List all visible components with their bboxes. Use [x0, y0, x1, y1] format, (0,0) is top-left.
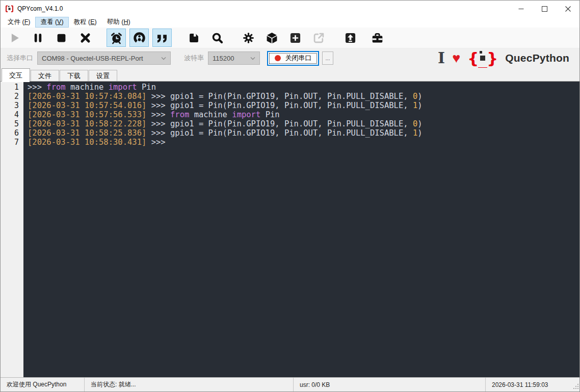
pause-button[interactable]	[28, 29, 47, 47]
terminal-line: [2026-03-31 10:58:22.228] >>> gpio1 = Pi…	[28, 119, 579, 128]
close-icon	[565, 6, 571, 12]
close-port-button[interactable]: 关闭串口	[267, 51, 319, 66]
status-state: 当前状态: 就绪...	[85, 378, 294, 391]
tab-3[interactable]: 下载	[60, 70, 88, 82]
maximize-icon	[542, 6, 547, 12]
more-options-button[interactable]: ...	[322, 51, 333, 65]
maximize-button[interactable]	[533, 1, 556, 17]
heart-icon: ♥	[452, 51, 460, 65]
close-button[interactable]	[556, 1, 579, 17]
repl-terminal[interactable]: 1234567 >>> from machine import Pin[2026…	[1, 82, 579, 377]
save-icon	[187, 31, 201, 45]
hex-mode-icon	[133, 31, 146, 45]
stop-icon	[55, 31, 68, 45]
echo-toggle-button[interactable]	[152, 29, 172, 47]
port-label: 选择串口	[7, 54, 33, 63]
menu-item-h[interactable]: 帮助 (H)	[102, 17, 136, 28]
stop-button[interactable]	[51, 29, 71, 47]
minimize-button[interactable]	[509, 1, 533, 17]
line-number-gutter: 1234567	[1, 82, 23, 377]
line-number: 7	[1, 138, 19, 147]
upload-button[interactable]	[340, 29, 360, 47]
menu-bar: 文件 (F)查看 (V)教程 (E)帮助 (H)	[1, 17, 579, 28]
add-button[interactable]	[285, 29, 305, 47]
title-bar: QPYcom_V4.1.0	[1, 1, 579, 17]
app-window: QPYcom_V4.1.0 文件 (F)查看 (V)教程 (E)帮助 (H) 选…	[0, 0, 580, 392]
toolbox-icon	[371, 31, 384, 45]
baud-label: 波特率	[184, 54, 204, 63]
quecpython-logo-icon: { }	[467, 48, 498, 68]
port-select[interactable]: COM98 - Quectel-USB-REPL-Port	[37, 51, 171, 65]
search-icon	[210, 31, 224, 45]
baud-select-value: 115200	[213, 55, 234, 62]
status-time: 2026-03-31 11:59:03	[486, 378, 579, 391]
resize-grip[interactable]	[573, 383, 578, 390]
status-welcome: 欢迎使用 QuecPython	[1, 378, 85, 391]
terminal-line: [2026-03-31 10:57:56.533] >>> from machi…	[28, 110, 579, 119]
menu-item-e[interactable]: 教程 (E)	[69, 17, 102, 28]
tab-bar: 交互文件下载设置	[1, 68, 579, 82]
package-button[interactable]	[262, 29, 281, 47]
menu-item-v[interactable]: 查看 (V)	[35, 17, 68, 28]
chevron-down-icon	[246, 56, 255, 61]
search-button[interactable]	[207, 29, 227, 47]
minimize-icon	[518, 6, 524, 12]
run-button	[5, 29, 24, 47]
window-title: QPYcom_V4.1.0	[17, 5, 63, 12]
status-bar: 欢迎使用 QuecPython 当前状态: 就绪... usr: 0/0 KB …	[1, 377, 579, 391]
save-log-button[interactable]	[184, 29, 203, 47]
hex-mode-toggle-button[interactable]	[129, 29, 149, 47]
line-number: 1	[1, 83, 19, 92]
quotes-icon	[155, 31, 169, 45]
line-number: 6	[1, 128, 19, 138]
line-number: 2	[1, 92, 19, 101]
app-logo-icon	[5, 5, 14, 13]
toolbar	[1, 28, 579, 48]
timestamp-toggle-button[interactable]	[107, 29, 126, 47]
baud-select[interactable]: 115200	[208, 51, 260, 65]
pause-icon	[31, 31, 45, 45]
gear-icon	[242, 31, 255, 45]
terminal-line: >>> from machine import Pin	[28, 83, 579, 92]
terminal-line: [2026-03-31 10:57:54.016] >>> gpio1 = Pi…	[28, 101, 579, 110]
terminal-line: [2026-03-31 10:58:30.431] >>>	[28, 138, 579, 147]
line-number: 4	[1, 110, 19, 119]
cross-icon	[78, 31, 92, 45]
tab-2[interactable]: 文件	[31, 70, 59, 82]
terminal-line: [2026-03-31 10:58:25.836] >>> gpio1 = Pi…	[28, 128, 579, 138]
plus-square-icon	[288, 31, 302, 45]
menu-item-f[interactable]: 文件 (F)	[3, 17, 35, 28]
terminal-output[interactable]: >>> from machine import Pin[2026-03-31 1…	[23, 82, 579, 377]
alarm-clock-icon	[110, 31, 123, 45]
toolbox-button[interactable]	[367, 29, 387, 47]
package-icon	[265, 31, 279, 45]
export-icon	[312, 31, 326, 45]
port-bar: 选择串口 COM98 - Quectel-USB-REPL-Port 波特率 1…	[1, 48, 579, 68]
tab-4[interactable]: 设置	[89, 70, 117, 82]
brand-area: I ♥ { } QuecPython	[438, 48, 574, 68]
port-select-value: COM98 - Quectel-USB-REPL-Port	[42, 55, 143, 62]
upload-icon	[344, 31, 357, 45]
status-usr-size: usr: 0/0 KB	[294, 378, 486, 391]
port-status-icon	[275, 55, 281, 61]
tab-1[interactable]: 交互	[2, 68, 30, 82]
line-number: 5	[1, 119, 19, 128]
brand-letter-i: I	[438, 50, 445, 66]
brand-name: QuecPython	[505, 52, 569, 64]
export-button	[309, 29, 328, 47]
clear-button[interactable]	[75, 29, 95, 47]
chevron-down-icon	[157, 56, 166, 61]
close-port-label: 关闭串口	[285, 54, 312, 63]
terminal-line: [2026-03-31 10:57:43.084] >>> gpio1 = Pi…	[28, 92, 579, 101]
line-number: 3	[1, 101, 19, 110]
settings-button[interactable]	[239, 29, 258, 47]
play-icon	[8, 31, 21, 45]
